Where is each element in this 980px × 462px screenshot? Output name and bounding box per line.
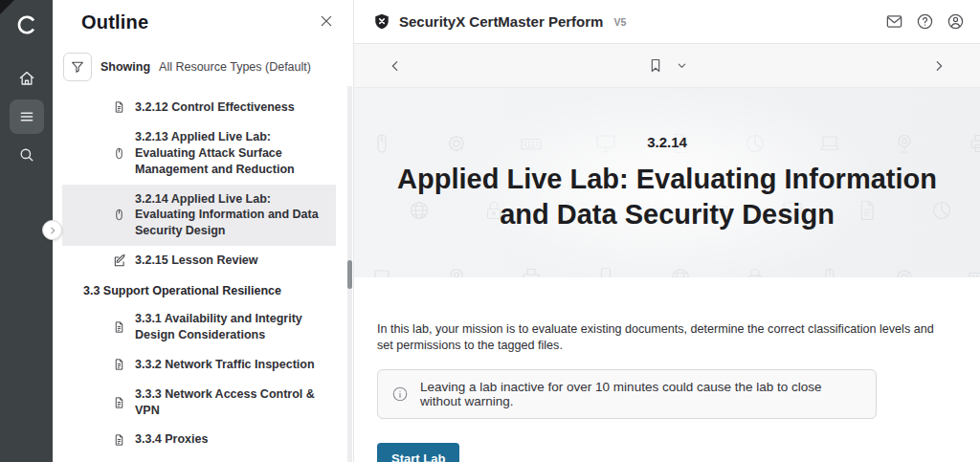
- outline-item[interactable]: 3.2.15 Lesson Review: [62, 246, 336, 275]
- outline-item-label: 3.3.1 Availability and Integrity Design …: [135, 311, 326, 343]
- main-content: SecurityX CertMaster Perform V5: [354, 0, 980, 462]
- outline-item-current[interactable]: 3.2.14 Applied Live Lab: Evaluating Info…: [62, 185, 336, 247]
- info-icon: [391, 385, 409, 403]
- shield-x-icon: [373, 12, 390, 31]
- document-icon: [113, 100, 126, 114]
- outline-item-label: 3.2.13 Applied Live Lab: Evaluating Atta…: [135, 129, 326, 178]
- bookmark-icon[interactable]: [648, 57, 663, 74]
- search-icon[interactable]: [10, 138, 44, 172]
- outline-item-label: 3.3.2 Network Traffic Inspection: [135, 357, 315, 373]
- outline-item-label: 3.2.15 Lesson Review: [135, 253, 258, 269]
- help-icon[interactable]: [916, 12, 934, 31]
- outline-item[interactable]: 3.2.13 Applied Live Lab: Evaluating Atta…: [62, 122, 336, 185]
- product-brand: SecurityX CertMaster Perform V5: [373, 12, 626, 31]
- outline-scrollbar-thumb[interactable]: [347, 260, 352, 289]
- outline-item-label: 3.2.12 Control Effectiveness: [135, 99, 295, 116]
- lesson-navbar: [354, 44, 980, 88]
- close-icon[interactable]: [317, 11, 336, 31]
- document-icon: [113, 320, 126, 334]
- document-icon: [113, 433, 126, 447]
- inactivity-notice: Leaving a lab inactive for over 10 minut…: [377, 369, 877, 419]
- resource-filter-row: Showing All Resource Types (Default): [53, 33, 353, 91]
- outline-title: Outline: [81, 11, 148, 33]
- outline-panel: Outline Showing All Resource Types (Defa…: [53, 0, 354, 462]
- previous-lesson-icon[interactable]: [389, 59, 402, 73]
- bookmark-chevron-down-icon[interactable]: [677, 60, 687, 71]
- document-icon: [113, 396, 126, 409]
- mouse-icon: [113, 146, 126, 161]
- outline-item[interactable]: 3.3.2 Network Traffic Inspection: [62, 350, 336, 380]
- edit-icon: [113, 254, 126, 268]
- app-window: Outline Showing All Resource Types (Defa…: [0, 0, 980, 462]
- outline-item[interactable]: 3.3.4 Proxies: [62, 425, 336, 454]
- corner-accent: [0, 0, 14, 14]
- outline-item[interactable]: 3.3.3 Network Access Control & VPN: [62, 380, 336, 426]
- lesson-body: In this lab, your mission is to evaluate…: [354, 277, 980, 462]
- outline-item[interactable]: 3.3.5 Specialized Components: [62, 454, 336, 462]
- product-version: V5: [613, 16, 626, 28]
- lab-description: In this lab, your mission is to evaluate…: [377, 321, 947, 355]
- app-header: SecurityX CertMaster Perform V5: [354, 0, 980, 44]
- account-icon[interactable]: [947, 12, 965, 31]
- start-lab-button[interactable]: Start Lab: [377, 443, 459, 462]
- mail-icon[interactable]: [885, 12, 903, 31]
- outline-item[interactable]: 3.3.1 Availability and Integrity Design …: [62, 304, 336, 350]
- showing-label: Showing: [100, 60, 150, 74]
- product-title: SecurityX CertMaster Perform: [399, 13, 603, 30]
- home-icon[interactable]: [10, 61, 44, 96]
- outline-section-header[interactable]: 3.3 Support Operational Resilience: [62, 275, 336, 304]
- lesson-hero-banner: 3.2.14 Applied Live Lab: Evaluating Info…: [354, 88, 980, 277]
- panel-collapse-toggle[interactable]: [42, 220, 62, 240]
- lesson-title: Applied Live Lab: Evaluating Information…: [373, 162, 961, 231]
- filter-funnel-icon[interactable]: [63, 53, 92, 81]
- outline-item[interactable]: 3.2.12 Control Effectiveness: [62, 93, 336, 122]
- outline-scrollbar-track[interactable]: [347, 86, 352, 462]
- resource-filter-value: All Resource Types (Default): [159, 60, 311, 74]
- lesson-number: 3.2.14: [647, 134, 687, 150]
- chevron-right-icon: [48, 226, 57, 235]
- outline-menu-icon[interactable]: [10, 99, 44, 134]
- document-icon: [113, 358, 126, 371]
- outline-list: 3.2.12 Control Effectiveness 3.2.13 Appl…: [53, 91, 353, 462]
- mouse-icon: [113, 208, 126, 222]
- next-lesson-icon[interactable]: [932, 59, 946, 73]
- header-actions: [885, 12, 965, 31]
- outline-item-label: 3.3.3 Network Access Control & VPN: [135, 386, 326, 419]
- outline-item-label: 3.3.4 Proxies: [135, 431, 208, 448]
- outline-item-label: 3.2.14 Applied Live Lab: Evaluating Info…: [135, 191, 326, 240]
- comptia-logo-icon: [13, 11, 40, 38]
- inactivity-notice-text: Leaving a lab inactive for over 10 minut…: [420, 380, 862, 408]
